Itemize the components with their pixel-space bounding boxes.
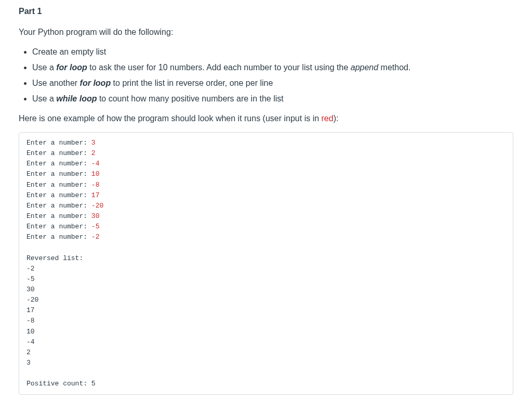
user-input: -8 bbox=[91, 181, 100, 189]
requirement-text: method. bbox=[378, 63, 410, 72]
user-input: -5 bbox=[91, 223, 100, 230]
requirement-text: Use another bbox=[32, 79, 80, 87]
requirement-text: to ask the user for 10 numbers. Add each… bbox=[87, 63, 351, 72]
user-input: 10 bbox=[91, 170, 100, 178]
requirement-text: Use a bbox=[32, 63, 56, 72]
user-input: 2 bbox=[91, 149, 96, 157]
for-loop-keyword: for loop bbox=[56, 63, 87, 72]
requirement-item: Create an empty list bbox=[32, 46, 513, 58]
red-word: red bbox=[322, 114, 334, 123]
user-input: -2 bbox=[91, 233, 100, 241]
requirement-item: Use another for loop to print the list i… bbox=[32, 77, 513, 89]
user-input: -4 bbox=[91, 160, 100, 167]
append-keyword: append bbox=[351, 63, 378, 72]
requirement-item: Use a while loop to count how many posit… bbox=[32, 93, 513, 105]
console-output: Enter a number: 3 Enter a number: 2 Ente… bbox=[19, 132, 513, 395]
intro-text: Your Python program will do the followin… bbox=[19, 26, 513, 38]
requirement-text: Use a bbox=[32, 94, 56, 103]
user-input: 3 bbox=[91, 139, 96, 147]
user-input: 17 bbox=[91, 191, 100, 199]
user-input: -20 bbox=[91, 202, 103, 210]
requirement-item: Use a for loop to ask the user for 10 nu… bbox=[32, 61, 513, 74]
requirement-text: Create an empty list bbox=[32, 47, 106, 56]
example-intro-text: ): bbox=[334, 114, 339, 123]
for-loop-keyword: for loop bbox=[80, 79, 111, 87]
while-loop-keyword: while loop bbox=[56, 94, 97, 103]
requirement-text: to count how many positive numbers are i… bbox=[97, 94, 283, 103]
requirement-text: to print the list in reverse order, one … bbox=[111, 79, 273, 87]
part-title: Part 1 bbox=[19, 5, 513, 18]
requirements-list: Create an empty list Use a for loop to a… bbox=[19, 46, 513, 105]
example-intro: Here is one example of how the program s… bbox=[19, 112, 513, 125]
example-intro-text: Here is one example of how the program s… bbox=[19, 114, 322, 123]
user-input: 30 bbox=[91, 212, 100, 220]
